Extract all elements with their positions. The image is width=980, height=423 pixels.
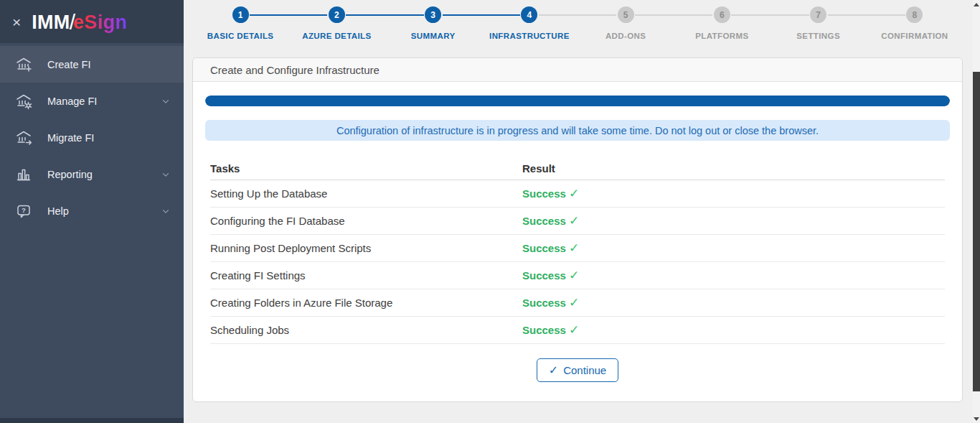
result-status-text: Success — [522, 187, 566, 200]
check-icon: ✓ — [569, 241, 579, 255]
chevron-down-icon — [161, 96, 171, 106]
step-number-badge: 8 — [906, 6, 923, 23]
table-row: Setting Up the Database Success✓ — [210, 180, 945, 208]
progress-bar-fill — [205, 96, 950, 106]
task-result: Success✓ — [522, 295, 945, 310]
scrollbar-thumb[interactable] — [973, 72, 980, 391]
sidebar-item-label: Migrate FI — [47, 132, 161, 144]
step-label: AZURE DETAILS — [302, 32, 371, 40]
sidebar-item-label: Reporting — [47, 169, 161, 180]
table-row: Creating Folders in Azure File Storage S… — [210, 289, 945, 317]
wizard-step-infrastructure[interactable]: 4 INFRASTRUCTURE — [481, 4, 578, 40]
check-icon: ✓ — [549, 363, 558, 377]
step-label: SETTINGS — [796, 32, 840, 40]
table-row: Configuring the FI Database Success✓ — [210, 208, 945, 235]
button-row: ✓ Continue — [205, 358, 950, 382]
sidebar: × IMM/eSign Create FI Manage FI — [0, 0, 184, 423]
check-icon: ✓ — [569, 269, 579, 282]
sidebar-item-manage-fi[interactable]: Manage FI — [0, 83, 184, 119]
help-bubble-icon: ? — [14, 203, 33, 220]
sidebar-item-create-fi[interactable]: Create FI — [0, 46, 184, 83]
sidebar-item-label: Create FI — [47, 59, 161, 70]
table-header-row: Tasks Result — [210, 157, 945, 180]
svg-text:?: ? — [22, 206, 26, 214]
table-body: Setting Up the Database Success✓ Configu… — [210, 180, 945, 344]
logo-imm-text: IMM — [32, 11, 70, 33]
wizard-step-summary[interactable]: 3 SUMMARY — [385, 4, 481, 40]
table-row: Running Post Deployment Scripts Success✓ — [210, 235, 945, 262]
step-number-badge: 2 — [329, 6, 345, 23]
main-content: 1 BASIC DETAILS 2 AZURE DETAILS 3 SUMMAR… — [184, 0, 980, 423]
result-status-text: Success — [522, 269, 566, 282]
task-name: Creating Folders in Azure File Storage — [210, 297, 522, 309]
sidebar-item-label: Manage FI — [47, 96, 161, 107]
logo-slash: / — [70, 10, 76, 34]
task-name: Configuring the FI Database — [210, 215, 522, 227]
step-label: SUMMARY — [411, 32, 456, 40]
chevron-down-icon — [161, 169, 171, 180]
continue-button-label: Continue — [563, 364, 606, 376]
task-result: Success✓ — [522, 213, 945, 228]
result-status-text: Success — [522, 242, 566, 254]
sidebar-item-migrate-fi[interactable]: Migrate FI — [0, 119, 184, 156]
sidebar-menu: Create FI Manage FI Migrate FI — [0, 43, 184, 229]
panel-body: Configuration of infrastructure is in pr… — [193, 82, 962, 401]
table-row: Creating FI Settings Success✓ — [210, 262, 945, 289]
info-banner: Configuration of infrastructure is in pr… — [205, 120, 950, 141]
step-label: CONFIRMATION — [881, 32, 948, 40]
step-label: INFRASTRUCTURE — [489, 32, 570, 40]
app-window: × IMM/eSign Create FI Manage FI — [0, 0, 980, 423]
check-icon: ✓ — [569, 323, 579, 337]
bank-arrow-icon — [14, 129, 33, 147]
close-icon[interactable]: × — [12, 14, 21, 29]
scrollbar-up-icon[interactable] — [973, 0, 980, 9]
task-name: Creating FI Settings — [210, 269, 522, 282]
task-result: Success✓ — [522, 322, 945, 338]
wizard-step-add-ons[interactable]: 5 ADD-ONS — [578, 4, 674, 40]
wizard-step-confirmation[interactable]: 8 CONFIRMATION — [867, 4, 963, 40]
wizard-step-settings[interactable]: 7 SETTINGS — [771, 4, 867, 40]
check-icon: ✓ — [569, 296, 579, 310]
chevron-down-icon — [161, 206, 171, 216]
check-icon: ✓ — [569, 214, 579, 228]
step-number-badge: 3 — [425, 6, 441, 23]
wizard-step-azure-details[interactable]: 2 AZURE DETAILS — [288, 4, 385, 40]
continue-button[interactable]: ✓ Continue — [537, 358, 618, 382]
wizard-stepper: 1 BASIC DETAILS 2 AZURE DETAILS 3 SUMMAR… — [192, 0, 963, 40]
bank-plus-icon — [14, 56, 33, 73]
task-result: Success✓ — [522, 186, 945, 201]
step-label: PLATFORMS — [695, 32, 748, 40]
step-number-badge: 4 — [521, 6, 537, 23]
sidebar-item-reporting[interactable]: Reporting — [0, 156, 184, 192]
table-row: Scheduling Jobs Success✓ — [210, 317, 945, 344]
app-logo: IMM/eSign — [32, 9, 127, 34]
task-name: Scheduling Jobs — [210, 324, 522, 336]
sidebar-bottom-strip — [0, 418, 184, 423]
result-status-text: Success — [522, 324, 566, 336]
step-number-badge: 1 — [232, 6, 249, 23]
bar-chart-icon — [14, 166, 33, 183]
task-name: Running Post Deployment Scripts — [210, 242, 522, 254]
step-number-badge: 6 — [714, 6, 730, 23]
step-number-badge: 5 — [618, 6, 634, 23]
sidebar-item-label: Help — [47, 205, 161, 217]
wizard-step-basic-details[interactable]: 1 BASIC DETAILS — [192, 4, 288, 40]
result-status-text: Success — [522, 215, 566, 227]
sidebar-item-help[interactable]: ? Help — [0, 192, 184, 229]
sidebar-header: × IMM/eSign — [0, 0, 184, 43]
tasks-table: Tasks Result Setting Up the Database Suc… — [210, 157, 945, 344]
vertical-scrollbar[interactable] — [973, 0, 980, 423]
wizard-step-platforms[interactable]: 6 PLATFORMS — [674, 4, 770, 40]
column-header-tasks: Tasks — [210, 162, 522, 175]
step-number-badge: 7 — [810, 6, 826, 23]
bank-gear-icon — [14, 93, 33, 110]
progress-bar — [205, 96, 950, 106]
task-result: Success✓ — [522, 268, 945, 283]
task-result: Success✓ — [522, 241, 945, 256]
panel-title: Create and Configure Infrastructure — [193, 58, 962, 82]
infrastructure-panel: Create and Configure Infrastructure Conf… — [192, 57, 963, 402]
logo-esign-text: eSign — [73, 11, 127, 33]
scrollbar-down-icon[interactable] — [973, 414, 980, 423]
step-label: BASIC DETAILS — [207, 32, 274, 40]
column-header-result: Result — [522, 162, 945, 175]
